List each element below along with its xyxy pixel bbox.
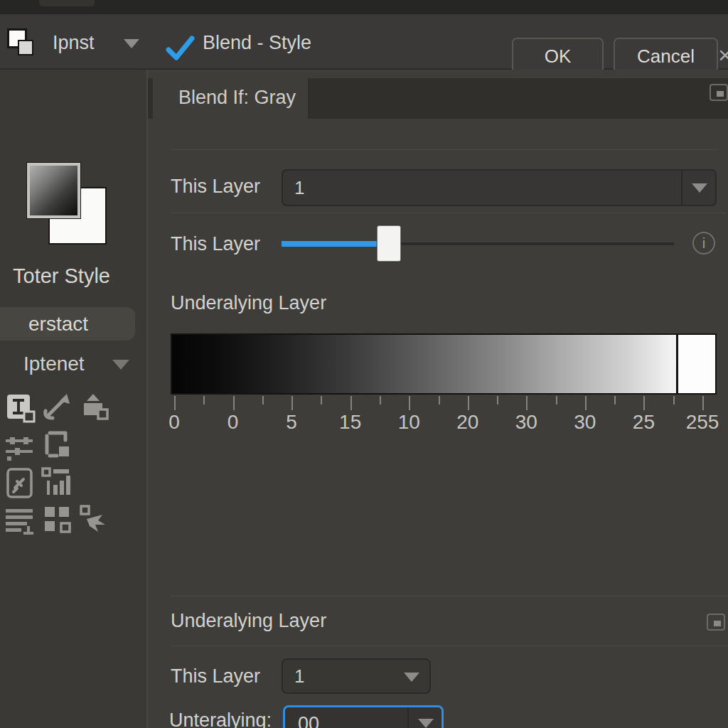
tab-blend-if-gray[interactable]: Blend If: Gray xyxy=(153,78,308,119)
shape-raise-icon[interactable] xyxy=(78,391,109,422)
gradient-ramp xyxy=(171,333,717,395)
divider xyxy=(171,213,727,213)
scale-number: 5 xyxy=(286,411,297,434)
scale-tick xyxy=(350,396,352,410)
bottom-this-layer-label: This Layer xyxy=(171,665,260,687)
scale-tick xyxy=(614,396,616,405)
scale-tick xyxy=(380,396,381,405)
this-layer-dropdown-value: 1 xyxy=(294,177,304,199)
this-layer-dropdown[interactable]: 1 xyxy=(282,169,717,206)
underlying-dropdown-focused[interactable]: 00 xyxy=(283,705,444,728)
underlying-layer-label: Underalying Layer xyxy=(171,292,326,314)
scale-tick xyxy=(203,396,205,405)
bottom-this-layer-dropdown[interactable]: 1 xyxy=(282,658,431,694)
scale-number: 30 xyxy=(515,411,537,434)
scale-number: 30 xyxy=(574,411,596,434)
sidebar-item-chevron-down-icon[interactable] xyxy=(112,360,129,370)
scale-tick xyxy=(643,396,645,410)
ramp-marker[interactable] xyxy=(676,335,678,393)
scale-number: 25 xyxy=(633,411,655,434)
underlying-value-label: Unteralying: xyxy=(169,710,272,728)
grid-squares-icon[interactable] xyxy=(43,505,74,536)
scale-tick xyxy=(673,396,675,405)
scale-tick xyxy=(233,396,235,410)
preset-chevron-down-icon[interactable] xyxy=(124,39,139,48)
scale-tick xyxy=(526,396,528,410)
scale-tick xyxy=(409,396,410,410)
slider-thumb[interactable] xyxy=(377,225,401,262)
gradient-scale-numbers: 005151020303025255 xyxy=(171,411,717,437)
scale-number: 10 xyxy=(398,411,420,434)
scale-number: 0 xyxy=(228,411,239,434)
scale-tick xyxy=(174,396,176,410)
window-tab-notch xyxy=(39,0,95,6)
scale-tick xyxy=(321,396,322,405)
underlying-dropdown-value: 00 xyxy=(298,713,319,728)
blend-style-dialog: Ipnst Blend - Style OK Cancel × Toter St… xyxy=(0,0,728,728)
scale-tick xyxy=(291,396,293,410)
dialog-header: Ipnst Blend - Style OK Cancel × xyxy=(0,14,728,70)
sliders-icon[interactable] xyxy=(4,432,36,464)
pinned-document-icon[interactable] xyxy=(6,468,37,499)
scale-tick xyxy=(585,396,587,410)
chevron-down-icon[interactable] xyxy=(692,183,707,193)
close-icon[interactable]: × xyxy=(718,41,728,69)
scale-number: 0 xyxy=(168,411,180,434)
diagonal-arrows-icon[interactable] xyxy=(41,391,73,422)
scale-number: 15 xyxy=(339,411,361,434)
gradient-ticks xyxy=(171,396,717,412)
styles-sidebar: Toter Style erstact Iptenet xyxy=(0,70,147,728)
check-icon[interactable] xyxy=(165,34,196,63)
scale-tick xyxy=(556,396,557,405)
preset-dropdown-label[interactable]: Ipnst xyxy=(53,32,95,54)
bottom-this-layer-value: 1 xyxy=(294,665,304,687)
style-thumbnail-gradient-square[interactable] xyxy=(27,163,80,218)
duplicate-layers-icon[interactable] xyxy=(41,429,73,460)
sidebar-item-dropdown[interactable]: Iptenet xyxy=(23,353,85,375)
scale-tick xyxy=(497,396,498,405)
scale-number: 20 xyxy=(456,411,478,434)
sidebar-item-selected[interactable]: erstact xyxy=(0,307,135,341)
scale-tick xyxy=(468,396,469,410)
paste-shape-icon[interactable] xyxy=(78,505,109,536)
scale-number: 255 xyxy=(686,411,719,434)
divider xyxy=(171,646,728,646)
style-name-label: Toter Style xyxy=(13,264,110,288)
align-text-icon[interactable] xyxy=(4,506,36,537)
this-layer-select-label: This Layer xyxy=(171,176,260,198)
overlapping-squares-icon xyxy=(7,28,37,58)
scale-tick xyxy=(262,396,264,405)
this-layer-slider-label: This Layer xyxy=(171,233,260,255)
panel-collapse-icon[interactable] xyxy=(710,84,728,101)
info-icon[interactable]: i xyxy=(692,232,715,255)
slider-fill[interactable] xyxy=(282,241,390,247)
dialog-title: Blend - Style xyxy=(203,32,311,54)
divider xyxy=(171,149,718,150)
scale-tick xyxy=(702,396,704,410)
text-tool-icon[interactable] xyxy=(6,393,37,424)
chevron-down-icon[interactable] xyxy=(418,719,434,728)
chevron-down-icon[interactable] xyxy=(404,673,419,682)
tab-label: Blend If: Gray xyxy=(178,87,296,109)
blend-options-panel: Blend If: Gray This Layer 1 This Layer i… xyxy=(148,70,728,728)
slider-track[interactable] xyxy=(390,242,674,245)
underlying-section-label: Underalying Layer xyxy=(171,610,326,632)
sidebar-item-label: erstact xyxy=(28,313,88,336)
scale-tick xyxy=(439,396,440,405)
panel-collapse-icon[interactable] xyxy=(707,614,725,631)
bar-chart-icon[interactable] xyxy=(41,466,73,498)
window-top-strip xyxy=(0,0,728,14)
divider xyxy=(171,596,728,596)
